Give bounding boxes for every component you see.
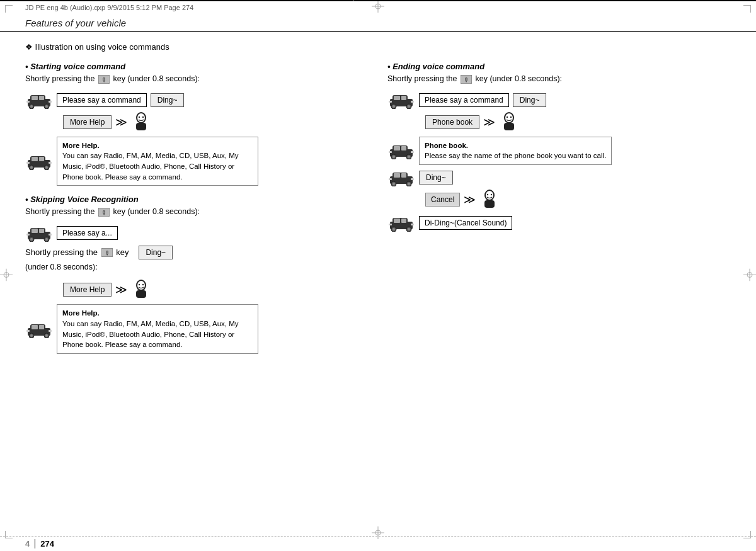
skipping-row1: Please say a...	[25, 224, 369, 242]
svg-rect-73	[401, 96, 406, 100]
svg-point-108	[487, 194, 488, 195]
speaker-head-4	[479, 189, 500, 210]
intro-line: ❖ Illustration on using voice commands	[25, 42, 731, 52]
svg-text:🎙: 🎙	[104, 250, 110, 256]
ending-voice-section: • Ending voice command Shortly pressing …	[387, 62, 731, 232]
svg-rect-37	[26, 162, 30, 164]
phone-book-infobox: Phone book. Please say the name of the p…	[419, 137, 612, 165]
starting-title: • Starting voice command	[25, 62, 369, 71]
left-column: • Starting voice command Shortly pressin…	[25, 62, 369, 363]
svg-point-115	[392, 228, 395, 230]
svg-rect-25	[136, 123, 146, 130]
svg-point-109	[491, 194, 492, 195]
svg-rect-106	[484, 200, 495, 208]
arrow-3: ≫	[483, 115, 495, 129]
car-icon-2	[25, 152, 53, 170]
right-column: • Ending voice command Shortly pressing …	[387, 62, 731, 363]
ending-row3: Phone book. Please say the name of the p…	[387, 137, 731, 165]
svg-rect-93	[389, 151, 392, 153]
svg-rect-112	[394, 219, 400, 223]
svg-rect-54	[136, 290, 146, 298]
more-help-box-title-2: More Help.	[62, 309, 100, 317]
svg-rect-66	[26, 330, 30, 332]
please-say-bubble-right: Please say a command	[419, 93, 509, 107]
svg-rect-67	[49, 330, 52, 332]
svg-point-63	[30, 334, 33, 337]
svg-point-27	[139, 116, 140, 117]
svg-point-84	[510, 116, 512, 117]
speaker-head-3	[499, 111, 519, 133]
svg-rect-22	[26, 101, 30, 103]
ding-bubble-skip: Ding~	[139, 246, 173, 259]
more-help-bubble-1: More Help	[63, 115, 112, 129]
svg-point-117	[408, 228, 410, 230]
car-icon-6	[387, 142, 415, 159]
svg-rect-81	[504, 123, 514, 130]
arrow-4: ≫	[464, 193, 476, 207]
more-help-box-title-1: More Help.	[62, 142, 100, 149]
starting-voice-section: • Starting voice command Shortly pressin…	[25, 62, 369, 186]
svg-rect-17	[39, 96, 44, 100]
starting-subtitle: Shortly pressing the 🎙 key (under 0.8 se…	[25, 74, 369, 85]
main-content: ❖ Illustration on using voice commands •…	[0, 32, 756, 369]
svg-point-75	[392, 105, 395, 108]
ending-row1: Please say a command Ding~	[387, 91, 731, 109]
cross-right	[743, 268, 756, 283]
car-icon-8	[387, 214, 415, 232]
svg-point-48	[45, 238, 48, 241]
ending-subtitle: Shortly pressing the 🎙 key (under 0.8 se…	[387, 74, 731, 85]
svg-rect-50	[49, 234, 52, 236]
svg-rect-23	[49, 101, 52, 103]
svg-point-34	[30, 166, 33, 169]
starting-row3: More Help. You can say Radio, FM, AM, Me…	[25, 137, 369, 186]
svg-rect-94	[411, 151, 414, 153]
skipping-morehelp-row: More Help ≫	[63, 279, 369, 300]
svg-text:🎙: 🎙	[463, 77, 469, 83]
skipping-row2: Shortly pressing the 🎙 key Ding~	[25, 246, 369, 259]
phone-book-box-title: Phone book.	[425, 142, 468, 149]
please-say-bubble-left: Please say a command	[57, 93, 147, 107]
svg-rect-31	[32, 157, 38, 161]
svg-point-77	[408, 105, 410, 108]
svg-rect-16	[32, 96, 38, 100]
svg-rect-61	[39, 325, 44, 329]
section-title: Features of your vehicle	[25, 18, 126, 28]
more-help-bubble-2: More Help	[63, 283, 112, 297]
svg-rect-118	[389, 224, 392, 225]
speaker-head-1	[131, 111, 151, 133]
svg-text:🎙: 🎙	[101, 210, 106, 216]
skipping-title: • Skipping Voice Recognition	[25, 195, 369, 204]
section-header: Features of your vehicle	[0, 14, 756, 32]
arrow-1: ≫	[115, 115, 127, 129]
intro-text: ❖ Illustration on using voice commands	[25, 42, 169, 52]
svg-point-21	[45, 105, 48, 108]
svg-point-19	[30, 105, 33, 108]
svg-rect-97	[394, 173, 400, 178]
footer-divider	[35, 539, 35, 548]
arrow-2: ≫	[115, 283, 127, 297]
svg-rect-79	[411, 101, 414, 103]
page-header: JD PE eng 4b (Audio).qxp 9/9/2015 5:12 P…	[0, 0, 756, 14]
more-help-box-body-2: You can say Radio, FM, AM, Media, CD, US…	[62, 320, 239, 348]
di-ding-bubble: Di-Ding~(Cancel Sound)	[419, 216, 512, 230]
phone-book-box-body: Please say the name of the phone book yo…	[425, 152, 606, 159]
speaker-head-2	[131, 279, 151, 300]
svg-rect-60	[32, 325, 38, 329]
starting-row2: More Help ≫	[63, 111, 369, 133]
footer-num2: 274	[40, 539, 54, 548]
mic-key-icon-2: 🎙	[98, 208, 110, 217]
car-icon-5	[387, 91, 415, 109]
ending-row4: Ding~	[387, 169, 731, 186]
svg-point-56	[139, 284, 140, 285]
svg-text:🎙: 🎙	[101, 77, 106, 83]
svg-rect-43	[32, 229, 38, 233]
shortly-pressing-2: Shortly pressing the 🎙 key	[25, 247, 129, 258]
ending-title: • Ending voice command	[387, 62, 731, 71]
svg-point-90	[392, 156, 395, 158]
please-say-a-bubble: Please say a...	[57, 226, 118, 240]
skipping-subtitle: Shortly pressing the 🎙 key (under 0.8 se…	[25, 207, 369, 218]
header-text: JD PE eng 4b (Audio).qxp 9/9/2015 5:12 P…	[25, 4, 193, 11]
mic-key-icon-4: 🎙	[461, 75, 472, 84]
car-icon-1	[25, 91, 53, 109]
mic-key-icon-3: 🎙	[101, 248, 113, 257]
